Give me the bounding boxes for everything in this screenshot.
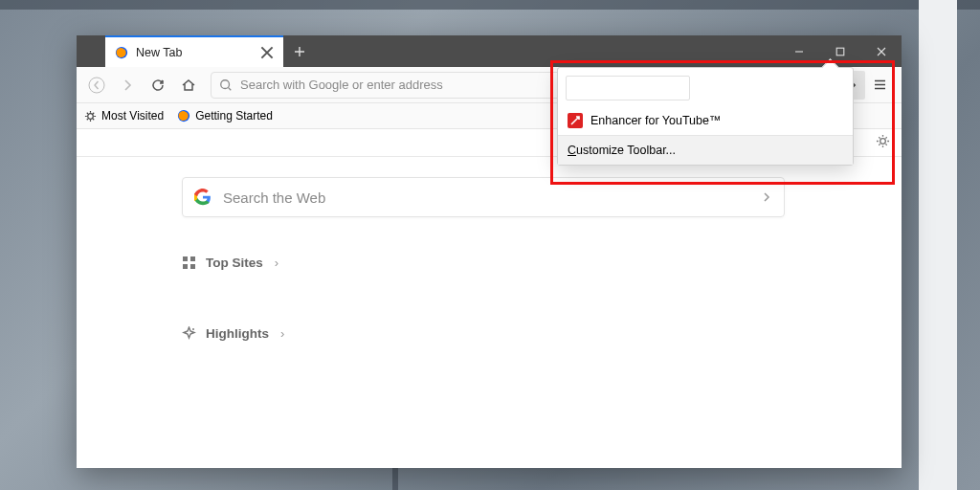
customize-toolbar-button[interactable]: Customize Toolbar... (558, 135, 853, 165)
top-sites-section-header[interactable]: Top Sites › (182, 256, 278, 270)
forward-button[interactable] (113, 71, 142, 100)
firefox-favicon (177, 109, 190, 122)
svg-point-7 (88, 113, 94, 119)
back-button[interactable] (82, 71, 111, 100)
highlights-section-header[interactable]: Highlights › (182, 326, 284, 341)
window-close-button[interactable] (860, 35, 902, 67)
bookmark-label: Most Visited (101, 109, 164, 122)
address-placeholder: Search with Google or enter address (240, 78, 443, 92)
google-logo-icon (194, 189, 212, 206)
svg-rect-12 (183, 264, 188, 269)
search-placeholder: Search the Web (223, 189, 761, 206)
chevron-right-icon: › (275, 256, 278, 270)
chevron-right-icon: › (280, 326, 284, 341)
extension-icon (568, 113, 583, 128)
window-minimize-button[interactable] (778, 35, 819, 67)
overflow-item-enhancer[interactable]: Enhancer for YouTube™ (558, 106, 853, 135)
home-button[interactable] (174, 71, 203, 100)
newtab-search-box[interactable]: Search the Web (182, 177, 785, 217)
svg-rect-1 (836, 48, 844, 56)
overflow-drop-area[interactable] (558, 68, 853, 106)
overflow-panel: Enhancer for YouTube™ Customize Toolbar.… (557, 67, 854, 166)
firefox-favicon (115, 46, 128, 59)
reload-button[interactable] (144, 71, 172, 100)
tab-title: New Tab (136, 46, 260, 59)
tab-new-tab[interactable]: New Tab (105, 35, 283, 67)
app-menu-button[interactable] (865, 71, 894, 100)
section-label: Top Sites (206, 256, 263, 270)
section-label: Highlights (206, 326, 269, 341)
grid-icon (182, 256, 196, 270)
bookmark-getting-started[interactable]: Getting Started (177, 109, 273, 122)
sparkle-icon (182, 326, 196, 341)
overflow-item-label: Enhancer for YouTube™ (590, 114, 721, 127)
customize-newtab-button[interactable] (876, 134, 890, 152)
gear-icon (84, 110, 97, 122)
new-tab-page: Search the Web Top Sites › Highlights › (77, 129, 902, 468)
svg-rect-11 (190, 256, 195, 261)
chevron-right-icon (761, 191, 772, 203)
svg-rect-13 (190, 264, 195, 269)
search-icon (219, 78, 233, 92)
svg-rect-10 (183, 256, 188, 261)
gear-icon (876, 134, 890, 148)
svg-point-14 (192, 328, 194, 330)
titlebar: New Tab (77, 35, 902, 67)
close-icon[interactable] (260, 46, 274, 59)
new-tab-button[interactable] (283, 35, 315, 67)
svg-point-9 (880, 138, 886, 144)
svg-point-2 (89, 78, 104, 93)
bookmark-label: Getting Started (195, 109, 273, 122)
customize-toolbar-rest: ustomize Toolbar... (576, 144, 676, 157)
bookmark-most-visited[interactable]: Most Visited (84, 109, 164, 122)
svg-point-3 (221, 79, 230, 88)
